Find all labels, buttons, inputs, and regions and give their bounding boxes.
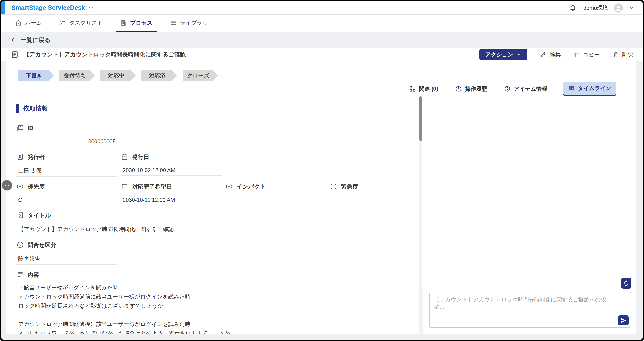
- primary-nav: ホーム タスクリスト プロセス ライブラリ: [1, 15, 643, 32]
- content-scrollbar-thumb[interactable]: [423, 288, 423, 334]
- field-label-text: タイトル: [28, 212, 51, 219]
- field-label-text: 内容: [28, 271, 39, 278]
- field-value-issue-date: 2030-10-02 12:00 AM: [121, 167, 222, 176]
- detail-tabs: 関連 (0) 操作履歴 アイテム情報: [6, 82, 636, 96]
- delete-button[interactable]: 削除: [612, 51, 633, 58]
- field-label: 発行者: [16, 152, 118, 161]
- page-title: 【アカウント】アカウントロック時間長時間化に関するご確認: [24, 51, 186, 58]
- panel-collapse-handle[interactable]: [2, 180, 12, 190]
- comment-input[interactable]: [430, 292, 631, 327]
- back-to-list-link[interactable]: 一覧に戻る: [10, 36, 50, 44]
- field-label-text: 対応完了希望日: [132, 183, 172, 190]
- status-step-label: クローズ: [187, 72, 210, 79]
- nav-tab-label: タスクリスト: [69, 19, 103, 27]
- status-step-label: 下書き: [26, 72, 42, 79]
- field-label: 緊急度: [330, 182, 423, 191]
- nav-tab-label: ライブラリ: [180, 19, 208, 27]
- nav-tab-process[interactable]: プロセス: [116, 15, 157, 32]
- brand-accent-stripe: [1, 1, 5, 14]
- status-step-label: 対応中: [108, 72, 124, 79]
- field-id: ID 000000005: [16, 124, 118, 147]
- content-text: ・該当ユーザー様がログインを試みた時 アカウントロック時間経過前に該当ユーザー様…: [18, 283, 415, 334]
- timeline-chat-icon: [568, 85, 575, 92]
- history-clock-icon: [455, 86, 462, 92]
- text-input-icon: [16, 212, 24, 219]
- topbar-right: demo環境: [568, 4, 643, 13]
- tab-timeline[interactable]: タイムライン: [563, 82, 616, 96]
- status-step-closed[interactable]: クローズ: [182, 70, 218, 81]
- refresh-button[interactable]: [621, 278, 632, 288]
- form-panel-scrollbar-thumb[interactable]: [419, 96, 422, 141]
- status-step-draft[interactable]: 下書き: [18, 70, 54, 81]
- chevron-down-icon: [517, 52, 522, 57]
- status-step-in-progress[interactable]: 対応中: [100, 70, 136, 81]
- field-label-text: 発行者: [28, 153, 45, 161]
- send-button[interactable]: [618, 315, 629, 325]
- document-icon: [11, 51, 19, 59]
- form-panel-scrollbar[interactable]: [419, 96, 422, 334]
- field-value-priority: C: [16, 197, 118, 205]
- content-scrollbar[interactable]: [422, 288, 423, 334]
- user-avatar[interactable]: [614, 4, 623, 13]
- refresh-icon: [623, 280, 630, 287]
- section-title: 依頼情報: [23, 104, 48, 113]
- chevron-left-icon: [10, 37, 16, 43]
- field-label-text: インパクト: [236, 183, 266, 190]
- trash-icon: [612, 51, 619, 58]
- field-inquiry-type: 問合せ区分 障害報告: [16, 241, 118, 265]
- status-step-label: 対応済: [149, 72, 166, 79]
- notification-bell-icon[interactable]: [568, 4, 578, 13]
- nav-tab-home[interactable]: ホーム: [11, 15, 46, 32]
- copy-button[interactable]: コピー: [574, 51, 600, 58]
- right-gutter: [636, 61, 643, 334]
- nav-tab-label: プロセス: [130, 19, 152, 27]
- field-issue-date: 発行日 2030-10-02 12:00 AM: [121, 152, 222, 177]
- request-form-panel: 依頼情報 ID 000000005: [6, 96, 423, 334]
- info-icon: [504, 86, 510, 92]
- status-step-label: 受付待ち: [64, 72, 86, 79]
- form-grid: ID 000000005 発行者 山田 太郎: [16, 118, 409, 334]
- delete-label: 削除: [622, 51, 633, 58]
- app-window: SmartStage ServiceDesk demo環境 ホーム: [0, 0, 644, 341]
- home-icon: [15, 20, 22, 26]
- environment-label: demo環境: [583, 4, 608, 12]
- content-textarea[interactable]: ・該当ユーザー様がログインを試みた時 アカウントロック時間経過前に該当ユーザー様…: [16, 282, 423, 334]
- nav-tab-tasklist[interactable]: タスクリスト: [55, 15, 107, 32]
- calendar-icon: [121, 153, 128, 160]
- app-title: SmartStage ServiceDesk: [12, 4, 85, 12]
- nav-tab-library[interactable]: ライブラリ: [166, 15, 212, 32]
- field-content: 内容 ・該当ユーザー様がログインを試みた時 アカウントロック時間経過前に該当ユー…: [16, 270, 423, 334]
- detail-panels: 依頼情報 ID 000000005: [6, 96, 636, 334]
- field-title: タイトル 【アカウント】アカウントロック時間長時間化に関するご確認: [16, 211, 222, 235]
- field-value-title: 【アカウント】アカウントロック時間長時間化に関するご確認: [16, 225, 222, 235]
- field-value-inquiry-type: 障害報告: [16, 255, 118, 265]
- edit-label: 編集: [550, 51, 561, 58]
- field-label-text: 優先度: [28, 183, 45, 190]
- select-dropdown-icon: [226, 183, 233, 190]
- id-number-icon: [16, 124, 24, 132]
- field-label-text: 問合せ区分: [28, 241, 56, 249]
- field-value-due-date: 2030-10-11 12:00 AM: [121, 197, 222, 205]
- field-label: 優先度: [16, 182, 118, 191]
- account-menu-chevron-icon[interactable]: [629, 6, 634, 11]
- field-label: 発行日: [121, 152, 222, 161]
- app-switcher[interactable]: SmartStage ServiceDesk: [12, 4, 94, 12]
- field-label: ID: [16, 124, 118, 132]
- tab-related[interactable]: 関連 (0): [408, 82, 439, 95]
- status-step-waiting[interactable]: 受付待ち: [59, 70, 95, 81]
- tab-label: タイムライン: [578, 85, 612, 92]
- back-to-list-label: 一覧に戻る: [20, 36, 50, 44]
- field-label: 問合せ区分: [16, 241, 118, 249]
- action-button[interactable]: アクション: [479, 49, 528, 60]
- content-area: 下書き 受付待ち 対応中 対応済 クローズ 関連 (0): [1, 61, 643, 334]
- status-step-done[interactable]: 対応済: [142, 70, 177, 81]
- tab-history[interactable]: 操作履歴: [454, 82, 488, 95]
- timeline-panel: [423, 96, 636, 334]
- person-badge-icon: [16, 153, 24, 160]
- field-label: 対応完了希望日: [121, 182, 222, 191]
- field-value-id: 000000005: [16, 138, 118, 147]
- tab-item-info[interactable]: アイテム情報: [503, 82, 548, 95]
- nav-tab-label: ホーム: [25, 19, 42, 27]
- section-accent-bar: [16, 104, 19, 113]
- edit-button[interactable]: 編集: [540, 51, 561, 58]
